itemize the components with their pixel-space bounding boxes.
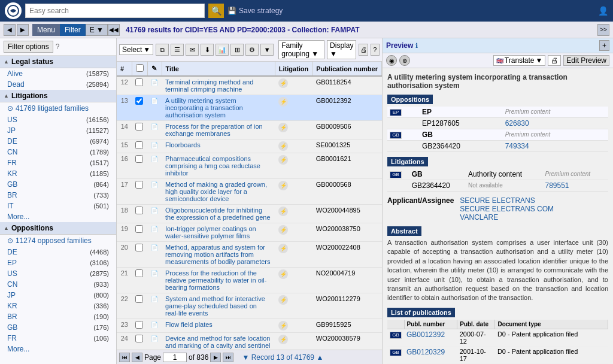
translate-button[interactable]: 🇬🇧 Translate▼ xyxy=(493,55,545,66)
settings-icon[interactable]: ⚙ xyxy=(245,44,259,56)
expand-button[interactable]: >> xyxy=(597,24,609,36)
lit-icon[interactable]: ⚡ xyxy=(278,225,288,235)
row-checkbox[interactable] xyxy=(132,139,147,153)
opp-item-de[interactable]: DE(4468) xyxy=(0,247,116,257)
row-checkbox[interactable] xyxy=(132,205,147,223)
opp-item-cn[interactable]: CN(933) xyxy=(0,279,116,290)
row-title[interactable]: Terminal crimping method and terminal cr… xyxy=(162,76,275,95)
row-checkbox[interactable] xyxy=(132,153,147,179)
row-title[interactable]: A utility metering system incorporating … xyxy=(162,95,275,121)
first-page-button[interactable]: ⏮ xyxy=(119,353,130,362)
lit-icon[interactable]: ⚡ xyxy=(278,269,288,279)
nav-forward-button[interactable]: ▶ xyxy=(17,24,29,36)
row-checkbox[interactable] xyxy=(132,179,147,205)
lit-icon[interactable]: ⚡ xyxy=(278,141,288,151)
filter-item-br[interactable]: BR(733) xyxy=(0,190,116,201)
row-title[interactable]: Method of making a graded grown, high qu… xyxy=(162,179,275,205)
toggle-search-button[interactable]: ◉ xyxy=(386,55,397,66)
opp-item-ep[interactable]: EP(3106) xyxy=(0,257,116,268)
collapse-button[interactable]: ◀◀ xyxy=(108,24,120,36)
applicant-2[interactable]: SECURE ELECTRANS COM xyxy=(460,205,554,213)
row-checkbox[interactable] xyxy=(132,76,147,95)
applicant-1[interactable]: SECURE ELECTRANS xyxy=(460,196,535,205)
record-nav[interactable]: ▼ Record 13 of 41769 ▲ xyxy=(242,353,323,362)
lit-icon[interactable]: ⚡ xyxy=(278,244,288,253)
lit-icon[interactable]: ⚡ xyxy=(278,335,288,344)
preview-info-icon[interactable]: ℹ xyxy=(415,42,418,50)
filter-item-it[interactable]: IT(501) xyxy=(0,201,116,211)
lit-icon[interactable]: ⚡ xyxy=(278,207,288,216)
search-button[interactable]: 🔍 xyxy=(208,4,224,18)
chart-icon[interactable]: 📊 xyxy=(216,44,229,56)
row-checkbox[interactable] xyxy=(132,319,147,333)
menu-button[interactable]: Menu xyxy=(32,24,60,36)
last-page-button[interactable]: ⏭ xyxy=(223,353,233,362)
opp-item-us[interactable]: US(2875) xyxy=(0,268,116,279)
filter-item-us[interactable]: US(16156) xyxy=(0,114,116,125)
e-button[interactable]: E ▼ xyxy=(86,24,108,36)
opp-item-jp[interactable]: JP(800) xyxy=(0,290,116,301)
lit-icon[interactable]: ⚡ xyxy=(278,155,288,165)
prev-page-button[interactable]: ◀ xyxy=(132,353,142,362)
applicant-3[interactable]: VANCLARE xyxy=(460,213,498,222)
display-dropdown[interactable]: Display ▼ xyxy=(327,40,356,59)
row-title[interactable]: Floorboards xyxy=(162,139,275,153)
legal-status-header[interactable]: Legal status xyxy=(0,56,116,68)
pub-number-link[interactable]: GB0120329 xyxy=(406,348,445,356)
row-checkbox[interactable] xyxy=(132,242,147,268)
pub-number-link[interactable]: GB0012392 xyxy=(406,330,445,339)
lit-icon[interactable]: ⚡ xyxy=(278,78,288,88)
email-icon[interactable]: ✉ xyxy=(186,44,199,56)
family-grouping-dropdown[interactable]: Family grouping ▼ xyxy=(278,40,324,59)
row-title[interactable]: Oligobonucucleotide for inhibiting the e… xyxy=(162,205,275,223)
filter-button[interactable]: Filter xyxy=(60,24,86,36)
litigations-families[interactable]: ⊙41769 litigated families xyxy=(0,102,116,114)
filter-item-jp[interactable]: JP(11527) xyxy=(0,125,116,136)
copy-icon[interactable]: ⧉ xyxy=(156,44,169,56)
row-title[interactable]: Process for the preparation of ion excha… xyxy=(162,121,275,139)
row-checkbox[interactable] xyxy=(132,95,147,121)
select-dropdown[interactable]: Select▼ xyxy=(119,44,153,55)
page-input[interactable] xyxy=(163,353,187,362)
filter-item-fr[interactable]: FR(1517) xyxy=(0,157,116,168)
row-checkbox[interactable] xyxy=(132,333,147,350)
filter-options-button[interactable]: Filter options xyxy=(4,41,53,53)
row-title[interactable]: Ion-trigger polymer coatings on water-se… xyxy=(162,223,275,242)
row-checkbox[interactable] xyxy=(132,223,147,242)
row-title[interactable]: Method, apparatus and system for removin… xyxy=(162,242,275,268)
more-icon[interactable]: ▼ xyxy=(260,44,274,56)
lit-gb-link[interactable]: 789551 xyxy=(545,181,569,190)
opp-item-br[interactable]: BR(190) xyxy=(0,311,116,322)
lit-icon[interactable]: ⚡ xyxy=(278,295,288,305)
opp-item-kr[interactable]: KR(336) xyxy=(0,301,116,311)
row-title[interactable]: Device and method for safe location and … xyxy=(162,333,275,350)
download-icon[interactable]: ⬇ xyxy=(201,44,214,56)
litigations-more-link[interactable]: More... xyxy=(0,211,116,222)
user-icon[interactable]: 👤 xyxy=(598,6,608,16)
row-checkbox[interactable] xyxy=(132,268,147,293)
lit-icon[interactable]: ⚡ xyxy=(278,123,288,132)
grid-icon[interactable]: ⊞ xyxy=(230,44,244,56)
zoom-button[interactable]: ⊕ xyxy=(399,55,410,66)
oppositions-more-link[interactable]: More... xyxy=(0,344,116,354)
search-input[interactable] xyxy=(25,4,205,18)
filter-item-kr[interactable]: KR(1185) xyxy=(0,168,116,179)
lit-icon[interactable]: ⚡ xyxy=(278,97,288,107)
save-strategy-button[interactable]: Save strategy xyxy=(227,7,283,15)
filter-item-cn[interactable]: CN(1789) xyxy=(0,147,116,157)
list-icon[interactable]: ☰ xyxy=(171,44,184,56)
litigations-header[interactable]: Litigations xyxy=(0,90,116,102)
print-preview-button[interactable]: 🖨 xyxy=(548,55,561,66)
opp-item-gb[interactable]: GB(176) xyxy=(0,322,116,333)
help-icon[interactable]: ? xyxy=(56,43,60,51)
row-checkbox[interactable] xyxy=(132,121,147,139)
opp-gb-link[interactable]: 749334 xyxy=(505,142,529,150)
lit-icon[interactable]: ⚡ xyxy=(278,321,288,330)
row-title[interactable]: System and method for interactive game-p… xyxy=(162,293,275,319)
filter-item-alive[interactable]: Alive (15875) xyxy=(0,68,116,79)
nav-back-button[interactable]: ◀ xyxy=(4,24,16,36)
select-all-checkbox[interactable] xyxy=(136,64,144,72)
print-icon[interactable]: 🖨 xyxy=(359,44,368,56)
row-title[interactable]: Flow field plates xyxy=(162,319,275,333)
row-title[interactable]: Pharmaceutical compositions comprising a… xyxy=(162,153,275,179)
